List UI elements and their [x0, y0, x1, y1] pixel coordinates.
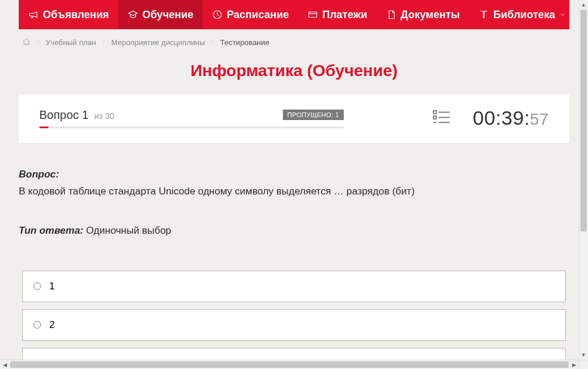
question-header-panel: Вопрос 1 из 30 ПРОПУЩЕНО: 1 [19, 94, 569, 143]
document-icon [386, 9, 396, 20]
chevron-down-icon [559, 9, 566, 20]
timer: 00:39:57 [473, 107, 549, 129]
progress-fill [39, 127, 49, 128]
chevron-right-icon [35, 38, 41, 47]
question-list-button[interactable] [433, 110, 450, 127]
question-text: В кодовой таблице стандарта Unicode одно… [19, 184, 569, 199]
svg-rect-1 [309, 12, 317, 18]
scroll-left-icon[interactable]: ◀ [0, 360, 9, 369]
nav-label: Объявления [43, 9, 109, 21]
nav-item-documents[interactable]: Документы [377, 0, 469, 29]
page-title: Информатика (Обучение) [19, 62, 569, 80]
answer-list: 1 2 8 [19, 271, 569, 360]
nav-label: Документы [401, 9, 460, 21]
answer-option[interactable]: 1 [22, 271, 566, 302]
answer-radio[interactable] [33, 321, 41, 329]
horizontal-scrollbar[interactable]: ◀ ▶ [0, 360, 579, 369]
answer-type-value: Одиночный выбор [86, 225, 171, 236]
nav-item-education[interactable]: Обучение [118, 0, 203, 29]
nav-item-schedule[interactable]: Расписание [203, 0, 298, 29]
nav-label: Библиотека [493, 9, 555, 21]
skipped-badge: ПРОПУЩЕНО: 1 [283, 110, 344, 120]
breadcrumb-link[interactable]: Учебный план [46, 38, 96, 47]
breadcrumb-link[interactable]: Мероприятие дисциплины [111, 38, 205, 47]
svg-rect-2 [433, 111, 436, 114]
answer-text: 2 [49, 319, 54, 331]
nav-item-library[interactable]: Библиотека [469, 0, 576, 29]
nav-item-payments[interactable]: Платежи [298, 0, 377, 29]
scroll-thumb[interactable] [580, 10, 587, 231]
answer-radio[interactable] [33, 282, 41, 290]
question-label: Вопрос: [19, 169, 569, 180]
chevron-right-icon [101, 38, 107, 47]
scroll-right-icon[interactable]: ▶ [569, 360, 579, 369]
scroll-down-icon[interactable]: ▼ [579, 350, 588, 360]
vertical-scrollbar[interactable]: ▲ ▼ [579, 0, 588, 360]
question-number: Вопрос 1 [39, 108, 88, 122]
answer-text: 1 [49, 281, 54, 292]
breadcrumb: Учебный план Мероприятие дисциплины Тест… [19, 29, 569, 56]
chevron-right-icon [210, 38, 216, 47]
nav-label: Расписание [227, 9, 289, 21]
scroll-thumb[interactable] [10, 361, 569, 368]
progress-bar [39, 127, 344, 128]
question-body: Вопрос: В кодовой таблице стандарта Unic… [19, 169, 569, 237]
home-icon[interactable] [22, 37, 30, 47]
clock-icon [212, 9, 223, 20]
book-icon [478, 9, 489, 20]
answer-option[interactable]: 2 [22, 309, 566, 341]
scroll-up-icon[interactable]: ▲ [579, 0, 588, 9]
question-total: из 30 [94, 111, 114, 121]
svg-rect-4 [433, 116, 436, 119]
graduation-cap-icon [128, 9, 138, 20]
megaphone-icon [28, 9, 39, 20]
answer-option[interactable]: 8 [22, 348, 566, 360]
main-navbar: Объявления Обучение Расписание Платежи Д… [19, 0, 569, 29]
answer-type-label: Тип ответа: [19, 225, 83, 236]
nav-label: Обучение [142, 9, 193, 21]
breadcrumb-current: Тестирование [220, 38, 269, 47]
scrollbar-corner [579, 360, 588, 369]
nav-item-announcements[interactable]: Объявления [19, 0, 118, 29]
nav-label: Платежи [322, 9, 367, 21]
credit-card-icon [307, 9, 318, 20]
